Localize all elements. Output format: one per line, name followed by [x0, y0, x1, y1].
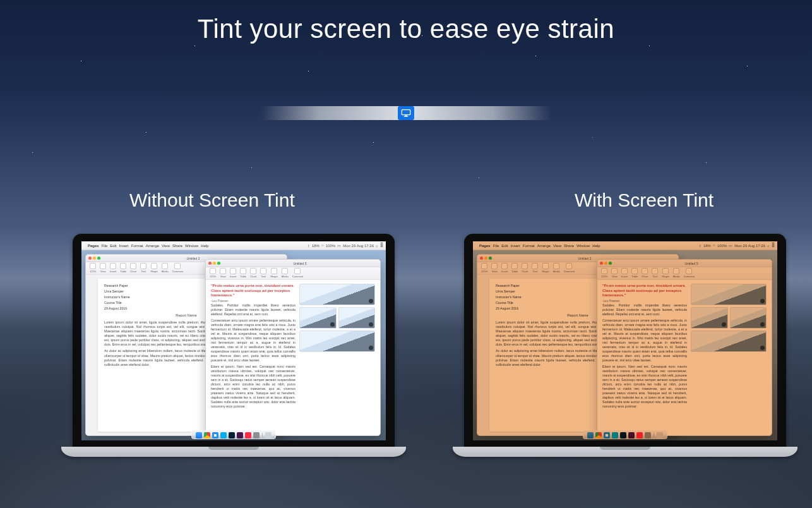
window-titlebar[interactable]: Untitled 5 [206, 260, 380, 267]
status-notif-icon[interactable]: ≣ [772, 243, 775, 248]
status-battery-pct: 100% [717, 244, 727, 248]
toolbar-view[interactable]: View [100, 263, 106, 273]
toolbar-insert[interactable]: Insert [110, 263, 116, 273]
menubar-app[interactable]: Pages [88, 244, 99, 248]
pages-window-front[interactable]: Untitled 5 125% View Insert Table Chart … [205, 259, 381, 436]
toolbar-insert[interactable]: Insert [230, 268, 236, 278]
toolbar-chart[interactable]: Chart [250, 268, 256, 278]
image-thumb[interactable] [299, 330, 375, 352]
screen-with-tint: Pages File Edit Insert Format Arrange Vi… [473, 241, 777, 440]
status-bluetooth-icon[interactable]: ᚼ [699, 244, 702, 248]
dock-app-photoshop[interactable] [229, 432, 235, 438]
toolbar-zoom[interactable]: 125% [210, 268, 216, 278]
menu-file[interactable]: File [493, 244, 499, 248]
desktop-area: Untitled 2 125% View Insert Table Chart … [473, 250, 777, 440]
mac-menubar: Pages File Edit Insert Format Arrange Vi… [81, 241, 386, 250]
dock-app-music[interactable] [245, 432, 251, 438]
toolbar-table[interactable]: Table [120, 263, 126, 273]
status-wifi-icon[interactable]: ⌔ [321, 244, 324, 248]
toolbar-text[interactable]: Text [260, 268, 266, 278]
doc-paragraph: Etiam et ipsum. Nam sed est. Consequat n… [211, 365, 296, 409]
toolbar-shape[interactable]: Shape [150, 263, 158, 273]
status-notif-icon[interactable]: ≣ [380, 243, 383, 248]
status-clock[interactable]: Mon 29 Aug 17:26 [734, 244, 765, 248]
menu-arrange[interactable]: Arrange [537, 244, 551, 248]
menu-share[interactable]: Share [172, 244, 182, 248]
menu-window[interactable]: Window [576, 244, 590, 248]
status-wifi-icon[interactable]: ⌔ [713, 244, 715, 248]
toolbar-chart[interactable]: Chart [130, 263, 136, 273]
status-bt-pct: 18% [312, 244, 319, 248]
svg-rect-0 [402, 110, 410, 115]
dock-app-finder[interactable] [196, 432, 202, 438]
dock-trash[interactable] [265, 432, 272, 438]
laptop-base [61, 447, 406, 457]
caption-without: Without Screen Tint [129, 190, 295, 211]
dock[interactable] [583, 430, 667, 439]
doc-paragraph: Consectetuer arcu ipsum ornare pellentes… [211, 318, 296, 363]
toolbar-table[interactable]: Table [240, 268, 246, 278]
window-title: Untitled 5 [222, 262, 378, 265]
toolbar-shape[interactable]: Shape [270, 268, 278, 278]
dock[interactable] [191, 430, 276, 439]
menu-format[interactable]: Format [131, 244, 143, 248]
menu-share[interactable]: Share [564, 244, 574, 248]
traffic-lights[interactable] [208, 262, 220, 265]
dock-separator [262, 433, 263, 437]
toolbar-comment[interactable]: Comment [292, 268, 303, 278]
toolbar-media[interactable]: Media [162, 263, 169, 273]
laptop-base [453, 447, 797, 457]
menu-help[interactable]: Help [592, 244, 600, 248]
laptop-without-tint: Pages File Edit Insert Format Arrange Vi… [73, 234, 395, 457]
status-battery-icon[interactable]: ▭ [337, 243, 341, 248]
toolbar-zoom[interactable]: 125% [90, 263, 96, 273]
status-search-icon[interactable]: ⌕ [376, 244, 378, 248]
dock-app-safari[interactable] [212, 432, 218, 438]
status-clock[interactable]: Mon 29 Aug 17:26 [343, 244, 374, 248]
dock-app-skype[interactable] [220, 432, 227, 438]
toolbar-media[interactable]: Media [282, 268, 289, 278]
menu-edit[interactable]: Edit [501, 244, 508, 248]
desktop-area: Untitled 2 125% View Insert Table Chart … [81, 250, 386, 440]
dock-app-slack[interactable] [237, 432, 243, 438]
dock-app-chrome[interactable] [204, 432, 210, 438]
toolbar-text[interactable]: Text [140, 263, 146, 273]
monitor-icon [401, 109, 411, 118]
toolbar-view[interactable]: View [220, 268, 226, 278]
image-grid [299, 284, 375, 432]
menubar-app[interactable]: Pages [479, 244, 491, 248]
doc-paragraph: Sodales. Porttitor mollis imperdiet libe… [211, 303, 296, 317]
mac-menubar: Pages File Edit Insert Format Arrange Vi… [473, 241, 777, 250]
image-thumb[interactable] [299, 284, 375, 305]
menu-edit[interactable]: Edit [110, 244, 116, 248]
traffic-lights[interactable] [88, 257, 100, 260]
menu-arrange[interactable]: Arrange [146, 244, 159, 248]
status-bluetooth-icon[interactable]: ᚼ [307, 244, 310, 248]
dock-app-sysprefs[interactable] [253, 432, 260, 438]
status-search-icon[interactable]: ⌕ [767, 244, 770, 248]
svg-rect-1 [405, 115, 407, 116]
image-thumb[interactable] [299, 307, 337, 329]
headline: Tint your screen to ease eye strain [0, 14, 812, 44]
menu-file[interactable]: File [102, 244, 108, 248]
status-bt-pct: 18% [703, 244, 711, 248]
menu-insert[interactable]: Insert [119, 244, 129, 248]
menu-help[interactable]: Help [201, 244, 208, 248]
status-battery-icon[interactable]: ▭ [729, 243, 732, 248]
laptop-with-tint: Pages File Edit Insert Format Arrange Vi… [464, 234, 786, 457]
menu-insert[interactable]: Insert [511, 244, 520, 248]
pages-window-front[interactable]: Untitled 5 125% View Insert Table Chart … [597, 259, 772, 436]
pull-quote: "Proin metus urna porta non, tincidunt o… [211, 284, 296, 298]
status-battery-pct: 100% [326, 244, 335, 248]
tint-slider-track[interactable] [261, 106, 551, 120]
menu-window[interactable]: Window [185, 244, 198, 248]
toolbar-comment[interactable]: Comment [172, 263, 183, 273]
tint-slider-handle[interactable] [398, 106, 414, 120]
menu-view[interactable]: View [162, 244, 170, 248]
caption-with: With Screen Tint [575, 190, 713, 211]
screen-without-tint: Pages File Edit Insert Format Arrange Vi… [81, 241, 386, 440]
image-thumb[interactable] [338, 307, 376, 329]
svg-rect-2 [404, 116, 409, 117]
menu-view[interactable]: View [553, 244, 561, 248]
menu-format[interactable]: Format [523, 244, 535, 248]
